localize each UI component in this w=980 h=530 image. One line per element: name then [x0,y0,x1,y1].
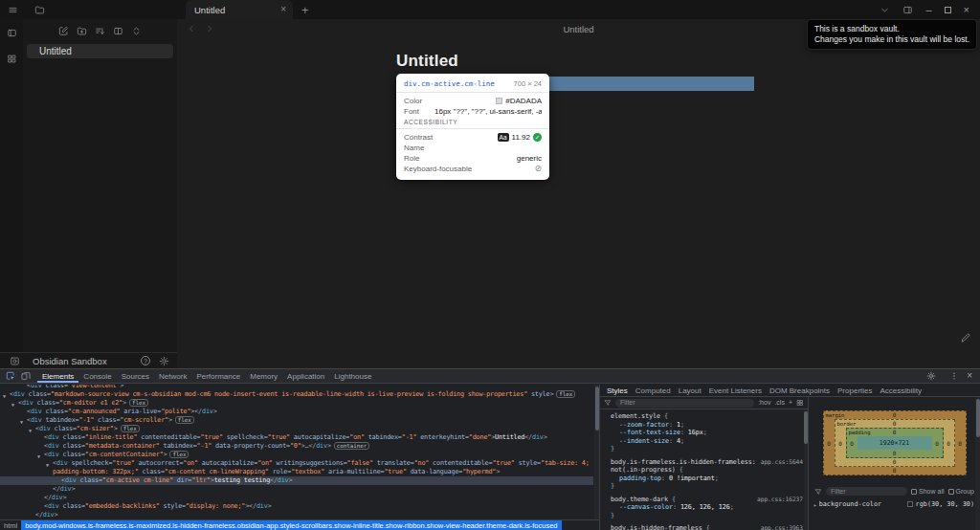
forward-icon[interactable] [205,24,214,33]
back-icon[interactable] [187,24,196,33]
help-icon[interactable]: ? [141,356,150,365]
flex-badge[interactable]: flex [175,416,194,424]
sidebar-tab-layout[interactable]: Layout [675,386,705,395]
styles-filter-input[interactable]: Filter [615,399,754,408]
element-classes-button[interactable]: .cls [774,399,785,408]
close-button[interactable]: × [964,5,969,15]
new-note-icon[interactable] [58,26,69,36]
device-toolbar-icon[interactable] [21,371,31,381]
tree-node[interactable]: ▼<div tabindex="-1" class="cm-scroller">… [0,416,593,425]
tree-node[interactable]: <div class="cm-announced" aria-live="pol… [0,408,593,416]
scrollbar-thumb[interactable] [976,399,980,437]
collapse-all-icon[interactable] [131,26,142,36]
new-style-rule-button[interactable]: + [789,399,792,408]
color-value: #DADADA [505,96,542,106]
css-property[interactable]: --indent-size: 4; [611,437,803,446]
sidebar-tab-properties[interactable]: Properties [834,386,876,395]
tree-node[interactable]: ▼<div class="markdown-source-view cm-s-o… [0,390,593,399]
devtools-tab-elements[interactable]: Elements [37,369,78,383]
devtools-tab-performance[interactable]: Performance [191,369,245,383]
expander-icon[interactable]: ▸ [813,501,817,508]
devtools-tab-sources[interactable]: Sources [117,369,154,383]
tree-node[interactable]: </div> [0,485,593,494]
box-model-content[interactable]: 1920×721 [858,436,932,450]
flex-badge[interactable]: flex [556,390,575,398]
stylesheet-link[interactable]: app.css:3963 [761,524,803,530]
inspect-element-icon[interactable] [6,371,15,381]
devtools-close-icon[interactable]: × [967,371,972,381]
box-model-padding[interactable]: padding 0 0 1920×721 0 0 [846,428,944,458]
css-property[interactable]: --canvas-color: 126, 126, 126; [611,503,803,512]
tree-node[interactable]: ▼<div class="cm-sizer">flex [0,425,593,433]
breadcrumb-item[interactable]: body.mod-windows.is-frameless.is-maximiz… [21,520,561,530]
tree-node[interactable]: ▼<div class="cm-contentContainer">flex [0,451,593,459]
tree-node[interactable]: <div class="embedded-backlinks" style="d… [0,502,593,511]
tab-close-icon[interactable]: × [280,5,286,14]
devtools-tab-lighthouse[interactable]: Lighthouse [329,369,376,383]
box-model-margin[interactable]: margin 0 0 border 0 0 [823,410,967,475]
box-model-border[interactable]: border 0 0 padding 0 [835,419,955,467]
hamburger-menu-icon[interactable] [8,5,18,15]
tree-node[interactable]: <div class="cm-active cm-line" dir="ltr"… [0,476,593,485]
toggle-element-state-button[interactable]: :hov [758,399,770,408]
sidebar-tab-dom-breakpoints[interactable]: DOM Breakpoints [766,386,834,395]
folder-icon[interactable] [34,5,45,15]
elements-scrollbar[interactable] [594,385,599,519]
flex-badge[interactable]: flex [129,399,148,407]
maximize-button[interactable] [945,7,951,13]
tree-node[interactable]: ▼<div spellcheck="true" autocorrect="on"… [0,459,593,476]
show-all-checkbox[interactable]: Show all [911,488,944,495]
minimize-button[interactable]: – [925,5,931,15]
css-property[interactable]: --font-text-size: 16px; [611,429,803,437]
sidebar-scrollbar[interactable] [975,397,980,530]
chevron-down-icon[interactable] [880,5,890,15]
editor-pane[interactable]: Untitled Untitled testing testing div.cm… [177,19,980,368]
devtools-tab-network[interactable]: Network [154,369,191,383]
sidebar-tab-accessibility[interactable]: Accessibility [877,386,926,395]
kebab-menu-icon[interactable] [949,371,959,381]
devtools-tab-application[interactable]: Application [282,369,329,383]
sidebar-tab-event-listeners[interactable]: Event Listeners [705,386,766,395]
sidebar-tab-computed[interactable]: Computed [632,386,675,395]
scrollbar-thumb[interactable] [595,386,599,431]
tree-node[interactable]: <div class="inline-title" contenteditabl… [0,433,593,442]
new-folder-icon[interactable] [77,26,87,36]
checkbox-icon [948,489,954,495]
computed-filter-input[interactable]: Filter [826,487,907,496]
tree-node[interactable]: <div class="metadata-container" tabindex… [0,442,593,451]
styles-scrollbar[interactable] [804,409,808,530]
stylesheet-link[interactable]: app.css:5644 [761,458,803,467]
twisty-icon[interactable]: ▼ [46,461,49,470]
grid-icon[interactable] [796,399,804,407]
settings-gear-icon[interactable] [159,356,169,366]
settings-gear-icon[interactable] [926,371,936,381]
grid-icon[interactable] [7,54,17,64]
devtools-tab-memory[interactable]: Memory [245,369,282,383]
tree-node[interactable]: ▼<div class="cm-editor ͼ1 ͼ2">flex [0,399,593,408]
note-title[interactable]: Untitled [396,52,980,71]
css-property[interactable]: padding-top: 0 !important; [611,475,803,483]
left-sidebar-toggle-icon[interactable] [7,28,17,38]
padding-left-value: 0 [847,436,858,450]
sidebar-tab-styles[interactable]: Styles [603,386,632,395]
tree-node[interactable]: </div> [0,494,593,502]
right-sidebar-toggle-icon[interactable] [902,5,913,15]
edit-mode-icon[interactable] [960,332,971,343]
tab-untitled[interactable]: Untitled × [186,0,293,19]
group-checkbox[interactable]: Group [948,488,974,495]
file-item-untitled[interactable]: Untitled [27,44,173,58]
vault-switcher[interactable]: Obsidian Sandbox ? [0,352,177,368]
breadcrumb-item[interactable]: html [0,520,21,530]
css-property[interactable]: --zoom-factor: 1; [611,421,803,430]
new-tab-button[interactable]: + [301,4,309,16]
tree-node[interactable]: </div> [0,511,593,519]
stylesheet-link[interactable]: app.css:16237 [757,496,803,504]
computed-property-row[interactable]: ▸ background-color rgb(30, 30, 30) [813,500,974,508]
scrollbar-thumb[interactable] [804,411,808,444]
columns-icon[interactable] [113,26,123,36]
sort-icon[interactable] [95,26,105,36]
flex-badge[interactable]: flex [121,425,140,432]
devtools-tab-console[interactable]: Console [78,369,116,383]
flex-badge[interactable]: flex [169,451,189,458]
container-badge[interactable]: container [334,442,369,450]
